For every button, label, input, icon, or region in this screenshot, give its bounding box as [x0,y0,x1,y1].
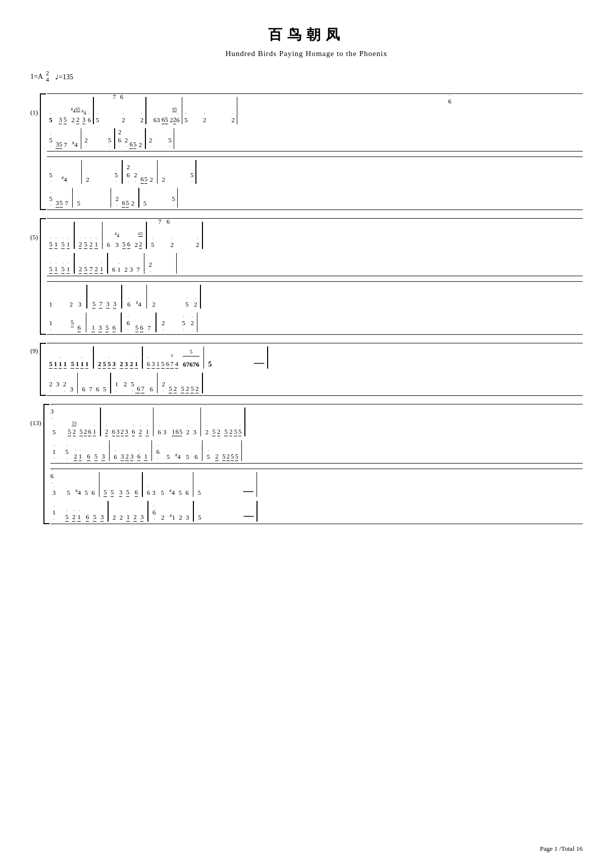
s9-treble: 5 1 · 1 1 5 1 [47,343,583,371]
key-display: 1=A [30,73,43,81]
s1-bass-2: · 5 · 3 5 7 [47,186,583,210]
s5-bass-2: 1 · 5 6 [47,311,583,335]
sec-label-5: (5) [30,233,38,241]
sec-label-9: (9) [30,347,38,355]
time-sig-display: 24 [46,70,49,83]
s5-bass-1: · 5 · 1 · 5 [47,251,583,276]
page-footer: Page 1 /Total 16 [540,845,583,853]
section-block-9: (9) 5 1 · [30,343,583,396]
section-block-13: (13) · [30,404,583,524]
tempo-display: ♩=135 [55,73,73,81]
s13-treble-1: · 3 · · 5 [50,404,583,438]
section-block-1: (1) [30,93,583,210]
sec-label-13: (13) [30,419,41,427]
s5-treble-1: 7 6 · 5 · 1 [47,218,583,251]
s9-bass: 2 · 3 2 [47,371,583,396]
s13-treble-2: · 6 · · 3 [50,469,583,499]
s1-bass-1: · 5 · 3 5 7 #4 [47,126,583,151]
s13-bass-2: · 1 · · 5 [50,499,583,524]
s1-treble-1: 7 6 · 5 [47,93,583,126]
s13-bass-1: · 1 · · 5 · [50,438,583,464]
score-container: 百鸟朝凤 Hundred Birds Paying Homage to the … [0,0,613,868]
s5-treble-2: 1 2 3 5 [47,281,583,311]
main-title: 百鸟朝凤 [0,25,613,44]
key-time-tempo: 1=A 24 ♩=135 [30,70,583,83]
s1-treble-2: · 5 · #4 2 [47,157,583,186]
sub-title: Hundred Birds Paying Homage to the Phoen… [0,49,613,58]
sec-label-1: (1) [30,109,38,117]
section-block-5: (5) 7 6 [30,218,583,335]
